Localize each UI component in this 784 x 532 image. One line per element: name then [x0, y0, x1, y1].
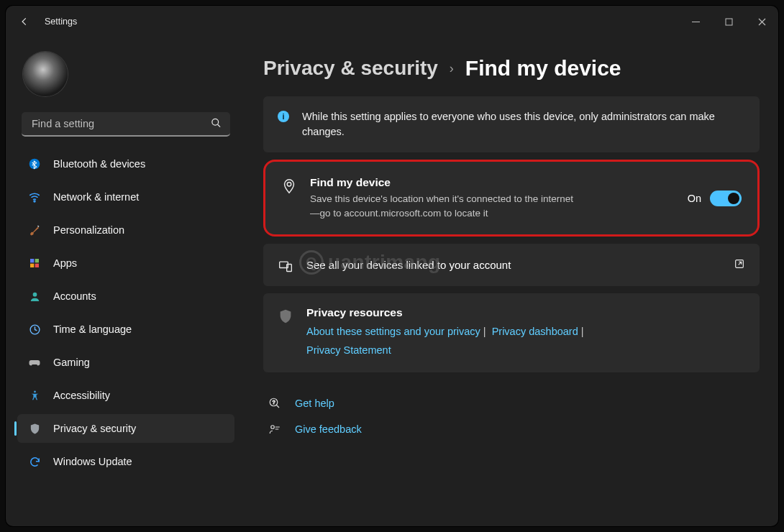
clock-globe-icon	[27, 322, 42, 336]
sidebar-item-time[interactable]: Time & language	[17, 315, 234, 344]
svg-point-12	[287, 183, 291, 187]
sidebar-item-network[interactable]: Network & internet	[17, 183, 234, 211]
sidebar-nav: Bluetooth & devices Network & internet P…	[10, 147, 242, 479]
search-input[interactable]	[22, 112, 230, 137]
back-button[interactable]	[19, 16, 30, 27]
svg-rect-7	[30, 264, 34, 267]
app-title: Settings	[45, 17, 77, 27]
give-feedback-label: Give feedback	[295, 423, 362, 435]
avatar	[23, 52, 68, 96]
svg-rect-1	[726, 19, 732, 25]
maximize-button[interactable]	[712, 10, 745, 33]
devices-icon	[278, 257, 293, 273]
linked-devices-row[interactable]: See all your devices linked to your acco…	[263, 244, 760, 286]
sidebar-item-gaming[interactable]: Gaming	[17, 348, 234, 377]
svg-rect-5	[30, 259, 34, 262]
sidebar-item-label: Apps	[53, 257, 77, 269]
sidebar-item-accessibility[interactable]: Accessibility	[17, 381, 234, 410]
main-content: Privacy & security › Find my device i Wh…	[243, 37, 778, 526]
sidebar-item-label: Windows Update	[53, 456, 132, 467]
linked-devices-label: See all your devices linked to your acco…	[306, 259, 511, 271]
wifi-icon	[27, 190, 42, 204]
info-banner: i While this setting applies to everyone…	[263, 96, 760, 152]
sidebar-item-label: Privacy & security	[53, 423, 136, 434]
settings-window: Settings	[6, 6, 778, 526]
sidebar-item-label: Accessibility	[53, 390, 110, 401]
chevron-right-icon: ›	[450, 61, 454, 76]
give-feedback-link[interactable]: Give feedback	[268, 423, 755, 436]
sidebar: Bluetooth & devices Network & internet P…	[6, 37, 243, 526]
breadcrumb: Privacy & security › Find my device	[263, 56, 760, 81]
svg-point-11	[34, 390, 36, 393]
link-privacy-dashboard[interactable]: Privacy dashboard	[492, 326, 578, 337]
help-icon: ?	[268, 397, 282, 410]
sidebar-item-label: Bluetooth & devices	[53, 158, 145, 170]
svg-rect-8	[35, 264, 39, 267]
svg-point-4	[34, 201, 35, 202]
bluetooth-icon	[27, 157, 42, 171]
sidebar-item-personalization[interactable]: Personalization	[17, 216, 234, 244]
apps-icon	[27, 256, 42, 270]
svg-rect-0	[692, 22, 700, 22]
minimize-button[interactable]	[679, 10, 712, 33]
privacy-resources-title: Privacy resources	[306, 306, 587, 319]
paintbrush-icon	[27, 223, 42, 237]
find-my-device-card: Find my device Save this device's locati…	[263, 160, 760, 237]
shield-icon	[27, 421, 42, 436]
location-pin-icon	[281, 176, 297, 194]
sidebar-item-label: Accounts	[53, 290, 96, 302]
sidebar-item-label: Gaming	[53, 357, 90, 368]
info-banner-text: While this setting applies to everyone w…	[302, 109, 745, 139]
sidebar-item-label: Personalization	[53, 224, 124, 236]
update-icon	[27, 454, 42, 469]
breadcrumb-parent[interactable]: Privacy & security	[263, 57, 438, 80]
user-icon	[27, 289, 42, 303]
link-privacy-statement[interactable]: Privacy Statement	[306, 344, 391, 356]
find-my-device-description: Save this device's location when it's co…	[310, 192, 576, 220]
sidebar-item-apps[interactable]: Apps	[17, 249, 234, 278]
svg-point-3	[29, 159, 40, 170]
accessibility-icon	[27, 388, 42, 403]
search-box	[22, 112, 230, 137]
privacy-resources-card: Privacy resources About these settings a…	[263, 293, 760, 372]
gaming-icon	[27, 355, 42, 370]
find-my-device-title: Find my device	[310, 176, 576, 189]
open-external-icon	[734, 258, 745, 272]
link-about-settings[interactable]: About these settings and your privacy	[306, 326, 480, 337]
sidebar-item-label: Time & language	[53, 324, 132, 335]
shield-outline-icon	[278, 306, 293, 324]
sidebar-item-accounts[interactable]: Accounts	[17, 282, 234, 311]
toggle-state-label: On	[688, 193, 701, 204]
svg-point-9	[32, 292, 37, 296]
info-icon: i	[278, 111, 289, 122]
page-title: Find my device	[465, 56, 621, 81]
svg-rect-6	[35, 259, 39, 262]
sidebar-item-privacy[interactable]: Privacy & security	[17, 414, 234, 443]
sidebar-item-label: Network & internet	[53, 191, 139, 203]
sidebar-item-update[interactable]: Windows Update	[17, 447, 234, 476]
get-help-link[interactable]: ? Get help	[268, 397, 755, 410]
get-help-label: Get help	[295, 398, 334, 409]
svg-point-18	[271, 426, 275, 429]
sidebar-item-bluetooth[interactable]: Bluetooth & devices	[17, 150, 234, 178]
close-button[interactable]	[745, 10, 778, 33]
titlebar: Settings	[6, 6, 778, 37]
find-my-device-toggle[interactable]	[710, 191, 742, 206]
feedback-icon	[268, 423, 282, 436]
svg-text:?: ?	[273, 400, 275, 405]
user-profile[interactable]	[10, 45, 242, 109]
